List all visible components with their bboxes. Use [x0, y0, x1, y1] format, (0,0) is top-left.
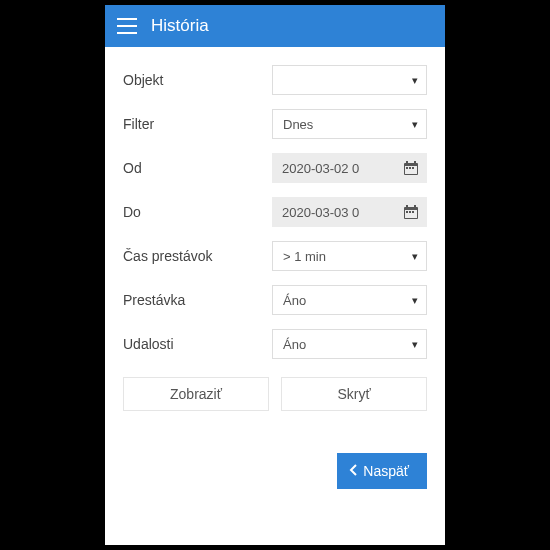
select-cas-value: > 1 min — [283, 249, 326, 264]
back-button[interactable]: Naspäť — [337, 453, 427, 489]
date-od-value: 2020-03-02 0 — [272, 161, 395, 176]
header: História — [105, 5, 445, 47]
svg-rect-5 — [414, 161, 416, 164]
row-udalosti: Udalosti Áno — [123, 329, 427, 359]
select-prestavka-value: Áno — [283, 293, 306, 308]
form: Objekt Filter Dnes Od 2020-03-02 0 Do 20… — [105, 47, 445, 545]
row-od: Od 2020-03-02 0 — [123, 153, 427, 183]
svg-rect-11 — [406, 205, 408, 208]
label-prestavka: Prestávka — [123, 292, 272, 308]
label-objekt: Objekt — [123, 72, 272, 88]
label-filter: Filter — [123, 116, 272, 132]
page-title: História — [151, 16, 209, 36]
select-objekt[interactable] — [272, 65, 427, 95]
date-do[interactable]: 2020-03-03 0 — [272, 197, 427, 227]
hide-button[interactable]: Skryť — [281, 377, 427, 411]
date-do-value: 2020-03-03 0 — [272, 205, 395, 220]
select-udalosti[interactable]: Áno — [272, 329, 427, 359]
select-udalosti-value: Áno — [283, 337, 306, 352]
label-cas: Čas prestávok — [123, 248, 272, 264]
select-prestavka[interactable]: Áno — [272, 285, 427, 315]
back-button-label: Naspäť — [363, 463, 409, 479]
menu-icon[interactable] — [117, 18, 137, 34]
svg-rect-16 — [412, 211, 414, 213]
svg-rect-12 — [414, 205, 416, 208]
svg-rect-8 — [409, 167, 411, 169]
row-prestavka: Prestávka Áno — [123, 285, 427, 315]
label-od: Od — [123, 160, 272, 176]
row-filter: Filter Dnes — [123, 109, 427, 139]
back-row: Naspäť — [123, 453, 427, 489]
svg-rect-9 — [412, 167, 414, 169]
row-do: Do 2020-03-03 0 — [123, 197, 427, 227]
svg-rect-1 — [117, 25, 137, 27]
chevron-left-icon — [349, 463, 357, 479]
show-button-label: Zobraziť — [170, 386, 222, 402]
calendar-icon[interactable] — [395, 153, 427, 183]
label-do: Do — [123, 204, 272, 220]
select-filter-value: Dnes — [283, 117, 313, 132]
calendar-icon[interactable] — [395, 197, 427, 227]
hide-button-label: Skryť — [337, 386, 370, 402]
row-objekt: Objekt — [123, 65, 427, 95]
show-button[interactable]: Zobraziť — [123, 377, 269, 411]
svg-rect-15 — [409, 211, 411, 213]
svg-rect-2 — [117, 32, 137, 34]
svg-rect-7 — [406, 167, 408, 169]
action-row: Zobraziť Skryť — [123, 377, 427, 411]
label-udalosti: Udalosti — [123, 336, 272, 352]
row-cas: Čas prestávok > 1 min — [123, 241, 427, 271]
svg-rect-0 — [117, 18, 137, 20]
svg-rect-4 — [406, 161, 408, 164]
app-window: História Objekt Filter Dnes Od 2020-03-0… — [105, 5, 445, 545]
date-od[interactable]: 2020-03-02 0 — [272, 153, 427, 183]
select-cas[interactable]: > 1 min — [272, 241, 427, 271]
select-filter[interactable]: Dnes — [272, 109, 427, 139]
svg-rect-14 — [406, 211, 408, 213]
